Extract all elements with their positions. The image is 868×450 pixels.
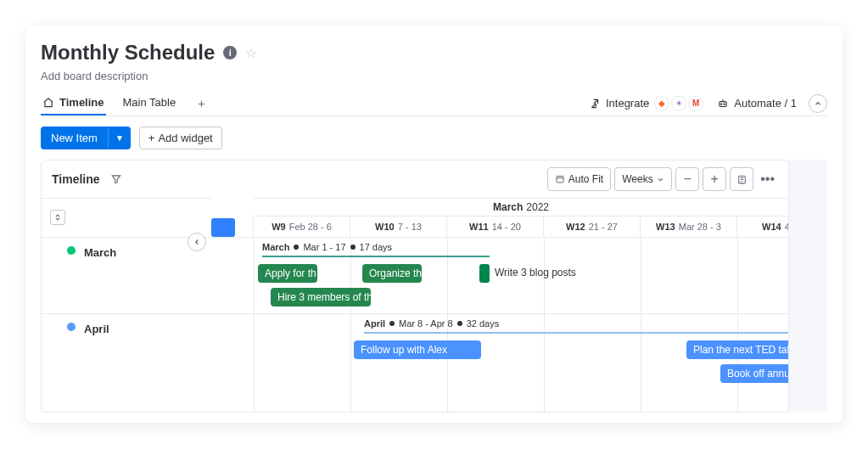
add-widget-button[interactable]: + Add widget [139, 127, 222, 149]
automate-button[interactable]: Automate / 1 [715, 93, 798, 113]
collapse-top-button[interactable] [809, 94, 827, 113]
week-cell: W9Feb 28 - 6 [254, 217, 350, 237]
tab-timeline[interactable]: Timeline [41, 91, 106, 115]
tab-timeline-label: Timeline [59, 96, 104, 109]
task-bar[interactable]: Hire 3 members of the [271, 288, 371, 307]
summary-days: 32 days [467, 318, 500, 329]
timeline-sidebar: March April [42, 198, 211, 412]
grid-body: March Mar 1 - 17 17 days Apply for th Or… [211, 237, 788, 412]
summary-name: March [262, 242, 289, 252]
group-row-march[interactable]: March [42, 237, 211, 313]
group-name-april: April [84, 323, 109, 335]
board-description[interactable]: Add board description [41, 70, 827, 82]
integration-icon-3: M [688, 96, 703, 111]
integration-icon-2: ✶ [671, 96, 686, 111]
zoom-in-button[interactable]: + [703, 167, 726, 191]
favorite-star-icon[interactable]: ☆ [245, 45, 257, 61]
task-bar-collapsed[interactable] [479, 264, 490, 283]
dot-icon [294, 245, 299, 250]
week-cell: W144 - 10 [737, 217, 788, 237]
group-summary-march[interactable]: March Mar 1 - 17 17 days [262, 242, 392, 252]
export-button[interactable] [730, 167, 753, 191]
view-tabs: Timeline Main Table + [41, 91, 210, 115]
week-range: 14 - 20 [492, 222, 521, 232]
week-num: W10 [375, 222, 395, 232]
automate-label: Automate / 1 [734, 97, 797, 110]
week-cell: W1221 - 27 [544, 217, 641, 237]
week-range: Mar 28 - 3 [679, 222, 721, 232]
task-label: Apply for th [265, 267, 316, 279]
info-icon[interactable]: i [223, 46, 237, 59]
week-range: 21 - 27 [589, 222, 618, 232]
group-row-april[interactable]: April [42, 313, 211, 390]
month-header: March 2022 [254, 198, 788, 217]
sidebar-top [42, 198, 211, 237]
new-item-caret-icon[interactable]: ▼ [108, 128, 131, 148]
new-item-button[interactable]: New Item ▼ [41, 127, 131, 149]
filter-button[interactable] [110, 173, 122, 185]
calendar-fit-icon [555, 174, 565, 184]
task-label[interactable]: Write 3 blog posts [495, 267, 576, 278]
week-num: W12 [566, 222, 585, 232]
svg-point-1 [721, 104, 722, 104]
panel-header: Timeline Auto Fit Weeks [42, 160, 788, 198]
week-range: 7 - 13 [398, 222, 422, 232]
svg-point-2 [724, 104, 725, 104]
summary-line-april [364, 332, 788, 334]
scale-label: Weeks [622, 173, 652, 185]
scroll-left-button[interactable] [188, 233, 206, 251]
add-view-button[interactable]: + [193, 95, 210, 112]
summary-range: Mar 1 - 17 [303, 242, 345, 252]
robot-icon [717, 98, 729, 110]
body-area: Timeline Auto Fit Weeks [41, 160, 827, 413]
week-num: W9 [272, 222, 286, 232]
summary-line-march [262, 256, 490, 257]
tab-main-table[interactable]: Main Table [121, 91, 178, 115]
group-color-dot [67, 246, 76, 255]
integrate-button[interactable]: Integrate ◆ ✶ M [587, 93, 705, 115]
task-label: Hire 3 members of the [277, 291, 371, 303]
timeline-area: March April March 2022 W9Feb 28 [42, 198, 788, 412]
more-options-button[interactable]: ••• [757, 172, 778, 187]
task-label: Follow up with Alex [361, 344, 447, 356]
week-cell: W1114 - 20 [447, 217, 544, 237]
week-num: W13 [656, 222, 675, 232]
summary-name: April [364, 318, 385, 329]
collapse-groups-button[interactable] [50, 210, 65, 225]
dot-icon [457, 321, 462, 326]
page-title: Monthly Schedule [41, 41, 215, 65]
scale-select[interactable]: Weeks [614, 167, 672, 191]
svg-rect-3 [557, 177, 563, 183]
tab-main-table-label: Main Table [123, 96, 176, 109]
group-name-march: March [84, 246, 116, 259]
new-item-label: New Item [41, 127, 108, 149]
group-color-dot [67, 323, 76, 331]
week-cell: W13Mar 28 - 3 [641, 217, 737, 237]
task-bar[interactable]: Follow up with Alex [354, 340, 481, 359]
timeline-panel: Timeline Auto Fit Weeks [41, 160, 789, 413]
weeks-header: W9Feb 28 - 6 W107 - 13 W1114 - 20 W1221 … [211, 217, 788, 237]
integration-icon-1: ◆ [654, 96, 669, 111]
integrate-label: Integrate [606, 97, 649, 110]
task-bar[interactable]: Plan the next TED talk [686, 340, 788, 359]
chevron-down-icon [657, 176, 664, 183]
app-container: Monthly Schedule i ☆ Add board descripti… [25, 25, 843, 423]
task-bar[interactable]: Apply for th [258, 264, 317, 283]
integrate-icon [589, 98, 601, 110]
top-right-tools: Integrate ◆ ✶ M Automate / 1 [587, 93, 827, 115]
week-num: W14 [762, 222, 781, 232]
timeline-grid[interactable]: March 2022 W9Feb 28 - 6 W107 - 13 W1114 … [211, 198, 788, 412]
summary-days: 17 days [360, 242, 393, 252]
week-range: Feb 28 - 6 [289, 222, 332, 232]
zoom-out-button[interactable]: − [675, 167, 699, 191]
week-range: 4 - 10 [785, 222, 788, 232]
auto-fit-label: Auto Fit [568, 173, 603, 185]
today-marker [211, 218, 235, 237]
home-icon [42, 97, 54, 109]
group-summary-april[interactable]: April Mar 8 - Apr 8 32 days [364, 318, 499, 329]
auto-fit-button[interactable]: Auto Fit [547, 167, 611, 191]
task-bar[interactable]: Book off annual [720, 364, 788, 383]
task-bar[interactable]: Organize th [362, 264, 422, 283]
task-label: Organize th [369, 267, 422, 279]
dot-icon [389, 321, 395, 326]
